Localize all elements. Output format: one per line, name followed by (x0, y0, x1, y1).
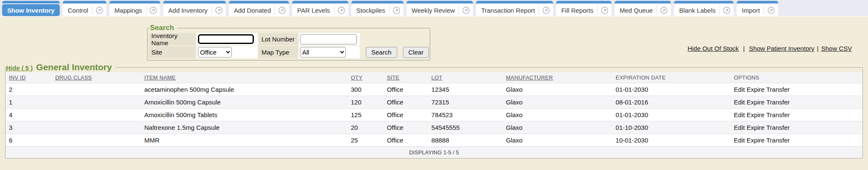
column-header-label-manufacturer[interactable]: MANUFACTURER (506, 74, 553, 81)
transfer-action[interactable]: Transfer (766, 111, 790, 118)
inventory-row-2: 2acetaminophen 500mg Capsule300Office123… (6, 83, 862, 96)
cell-site: Office (384, 109, 428, 121)
search-button[interactable]: Search (366, 47, 397, 58)
column-header-label-item_name[interactable]: ITEM NAME (144, 74, 175, 81)
hide-count-link[interactable]: Hide ( 5 ) (6, 64, 33, 71)
inventory-row-4: 4Amoxicillin 500mg Tablets125Office78452… (6, 109, 862, 121)
tab-label: Med Queue (620, 7, 653, 14)
lot-number-label: Lot Number (259, 33, 298, 45)
tab-top-cap (2, 1, 60, 3)
column-header-label-inv_id[interactable]: INV ID (9, 74, 25, 81)
popout-arrow-icon[interactable] (334, 7, 348, 14)
inventory-name-input[interactable] (198, 34, 254, 44)
hide-out-of-stock-link[interactable]: Hide Out Of Stock (687, 45, 739, 52)
expire-action[interactable]: Expire (746, 111, 765, 118)
popout-arrow-icon[interactable] (389, 7, 403, 14)
cell-item_name: Amoxicillin 500mg Capsule (141, 96, 347, 109)
tab-transaction-report[interactable]: Transaction Report (476, 1, 553, 16)
tab-top-cap (109, 1, 160, 3)
tab-mappings[interactable]: Mappings (109, 1, 160, 16)
cell-manufacturer: Glaxo (503, 134, 612, 147)
transfer-action[interactable]: Transfer (766, 137, 790, 144)
transfer-action[interactable]: Transfer (766, 124, 790, 131)
search-grid: Inventory Name Lot Number Site Office Ma… (148, 33, 429, 58)
popout-arrow-icon[interactable] (146, 7, 160, 14)
tab-import[interactable]: Import (737, 1, 778, 16)
column-header-label-drug_class[interactable]: DRUG CLASS (55, 74, 92, 81)
popout-arrow-icon[interactable] (720, 7, 734, 14)
view-links: Hide Out Of Stock | Show Patient Invento… (687, 45, 852, 52)
cell-item_name: Amoxicillin 500mg Tablets (141, 109, 347, 121)
edit-action[interactable]: Edit (734, 99, 745, 106)
column-header-label-lot[interactable]: LOT (431, 74, 442, 81)
map-type-select[interactable]: All (300, 47, 346, 58)
tab-label: Control (68, 7, 88, 14)
column-header-label-options: OPTIONS (734, 74, 760, 81)
cell-qty: 300 (348, 83, 384, 96)
show-patient-inventory-link[interactable]: Show Patient Inventory (749, 45, 814, 52)
edit-action[interactable]: Edit (734, 137, 745, 144)
popout-arrow-icon[interactable] (275, 7, 289, 14)
tab-par-levels[interactable]: PAR Levels (292, 1, 348, 16)
expire-action[interactable]: Expire (746, 86, 765, 93)
tab-add-inventory[interactable]: Add Inventory (163, 1, 226, 16)
transfer-action[interactable]: Transfer (766, 99, 790, 106)
cell-options: EditExpireTransfer (731, 83, 862, 96)
expire-action[interactable]: Expire (746, 99, 765, 106)
tab-fill-reports[interactable]: Fill Reports (556, 1, 612, 16)
tab-top-cap (737, 1, 778, 3)
cell-lot: 12345 (428, 83, 503, 96)
tab-add-donated[interactable]: Add Donated (229, 1, 289, 16)
tab-label: Blank Labels (679, 7, 715, 14)
site-select[interactable]: Office (198, 47, 232, 58)
tab-weekly-review[interactable]: Weekly Review (406, 1, 473, 16)
lot-number-input[interactable] (300, 34, 357, 44)
clear-button[interactable]: Clear (403, 47, 429, 58)
tab-top-cap (351, 1, 403, 3)
column-header-label-site[interactable]: SITE (387, 74, 400, 81)
tab-stockpiles[interactable]: Stockpiles (351, 1, 403, 16)
column-header-label-qty[interactable]: QTY (351, 74, 362, 81)
tab-label: Weekly Review (412, 7, 455, 14)
site-cell: Office (197, 46, 258, 58)
general-inventory-panel: Hide ( 5 ) General Inventory INV IDDRUG … (5, 62, 863, 159)
popout-arrow-icon[interactable] (539, 7, 553, 14)
cell-qty: 120 (348, 96, 384, 109)
expire-action[interactable]: Expire (746, 137, 765, 144)
popout-arrow-icon[interactable] (598, 7, 612, 14)
transfer-action[interactable]: Transfer (766, 86, 790, 93)
popout-arrow-icon[interactable] (92, 7, 106, 14)
cell-expiration_date: 01-01-2030 (612, 109, 731, 121)
edit-action[interactable]: Edit (734, 124, 745, 131)
show-csv-link[interactable]: Show CSV (821, 45, 852, 52)
tab-blank-labels[interactable]: Blank Labels (674, 1, 734, 16)
tab-top-cap (556, 1, 612, 3)
tab-label: Stockpiles (356, 7, 385, 14)
column-header-expiration_date: EXPIRATION DATE (612, 72, 731, 83)
tab-label: Fill Reports (561, 7, 593, 14)
column-header-manufacturer: MANUFACTURER (503, 72, 612, 83)
popout-arrow-icon[interactable] (459, 7, 473, 14)
popout-arrow-icon[interactable] (764, 7, 778, 14)
map-type-label: Map Type (259, 46, 298, 58)
tab-med-queue[interactable]: Med Queue (615, 1, 671, 16)
tab-show-inventory[interactable]: Show Inventory (2, 1, 60, 16)
edit-action[interactable]: Edit (734, 111, 745, 118)
edit-action[interactable]: Edit (734, 86, 745, 93)
cell-manufacturer: Glaxo (503, 121, 612, 134)
cell-lot: 88888 (428, 134, 503, 147)
table-header-row: INV IDDRUG CLASSITEM NAMEQTYSITELOTMANUF… (6, 72, 862, 83)
cell-qty: 20 (348, 121, 384, 134)
popout-arrow-icon[interactable] (657, 7, 671, 14)
search-legend: Search (149, 24, 177, 32)
tab-control[interactable]: Control (63, 1, 106, 16)
cell-options: EditExpireTransfer (731, 96, 862, 109)
tab-label: Add Inventory (168, 7, 208, 14)
cell-item_name: MMR (141, 134, 347, 147)
column-header-label-expiration_date: EXPIRATION DATE (616, 74, 666, 81)
expire-action[interactable]: Expire (746, 124, 765, 131)
cell-drug_class (52, 121, 141, 134)
column-header-drug_class: DRUG CLASS (52, 72, 141, 83)
cell-expiration_date: 08-01-2016 (612, 96, 731, 109)
popout-arrow-icon[interactable] (212, 7, 226, 14)
